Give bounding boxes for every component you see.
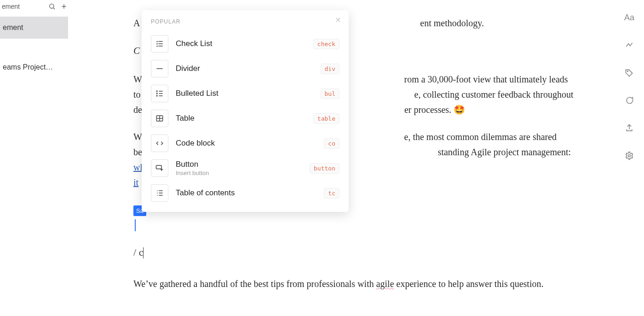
- menu-item-bulleted-list[interactable]: Bulleted Listbul: [146, 81, 344, 106]
- slash-typed-text: c: [139, 246, 144, 258]
- divider-icon: [151, 60, 168, 77]
- menu-item-shortcut: div: [321, 64, 339, 74]
- menu-item-labels: Divider: [176, 64, 313, 73]
- menu-item-label: Check List: [176, 39, 306, 48]
- text-fragment: W: [133, 132, 142, 142]
- menu-items-container: Check ListcheckDividerdivBulleted Listbu…: [146, 31, 344, 205]
- menu-section-label: POPULAR: [146, 18, 344, 31]
- svg-point-11: [156, 93, 157, 94]
- sidebar-item-selected[interactable]: ement: [0, 17, 68, 39]
- right-actions-rail: Aa: [621, 13, 638, 161]
- slash-command-menu: POPULAR Check ListcheckDividerdivBullete…: [142, 10, 349, 212]
- svg-point-26: [627, 71, 628, 72]
- text-fragment: experience to help answer this question.: [394, 279, 544, 289]
- typography-button[interactable]: Aa: [624, 13, 634, 23]
- svg-point-27: [628, 155, 631, 157]
- text-caret: [135, 219, 575, 231]
- menu-item-divider[interactable]: Dividerdiv: [146, 56, 344, 81]
- close-button[interactable]: [333, 15, 343, 25]
- svg-line-1: [53, 8, 55, 9]
- menu-item-labels: Bulleted List: [176, 89, 313, 98]
- menu-item-shortcut: check: [313, 39, 339, 49]
- slash-command-input[interactable]: / c: [133, 244, 575, 261]
- text-fragment: er processes.: [404, 105, 454, 115]
- checklist-icon: [151, 35, 168, 53]
- bulleted-icon: [151, 85, 168, 102]
- spellcheck-word: agile: [376, 279, 394, 289]
- text-fragment: A: [133, 18, 139, 28]
- code-icon: [151, 135, 168, 152]
- table-icon: [151, 110, 168, 127]
- menu-item-sublabel: Insert button: [176, 170, 302, 176]
- menu-item-shortcut: table: [313, 113, 339, 124]
- menu-item-shortcut: button: [310, 163, 339, 174]
- sidebar-item-project[interactable]: eams Project…: [0, 56, 68, 78]
- menu-item-shortcut: co: [324, 138, 339, 149]
- sidebar-current-title: ement: [2, 3, 44, 10]
- paragraph[interactable]: We’ve gathered a handful of the best tip…: [133, 276, 575, 292]
- menu-item-label: Code block: [176, 139, 316, 148]
- menu-item-table-of-contents[interactable]: Table of contentstc: [146, 181, 344, 205]
- svg-rect-19: [156, 165, 162, 169]
- text-fragment: We’ve gathered a handful of the best tip…: [133, 279, 376, 289]
- menu-item-table[interactable]: Tabletable: [146, 106, 344, 131]
- text-fragment: C: [133, 45, 140, 56]
- menu-item-labels: Code block: [176, 139, 316, 148]
- menu-item-button[interactable]: ButtonInsert buttonbutton: [146, 156, 344, 181]
- star-eyes-emoji: 🤩: [454, 105, 465, 115]
- link-agile-continued[interactable]: it: [133, 177, 138, 187]
- share-icon[interactable]: [624, 123, 634, 133]
- zigzag-icon[interactable]: [624, 40, 634, 50]
- menu-item-check-list[interactable]: Check Listcheck: [146, 31, 344, 56]
- menu-item-labels: Table: [176, 114, 306, 123]
- menu-item-labels: ButtonInsert button: [176, 160, 302, 176]
- menu-item-code-block[interactable]: Code blockco: [146, 131, 344, 156]
- menu-item-labels: Table of contents: [176, 188, 316, 198]
- text-fragment: standing Agile project management:: [438, 147, 571, 157]
- menu-item-shortcut: tc: [324, 188, 339, 199]
- text-fragment: ent methodology.: [420, 18, 484, 28]
- sidebar-item-label: ement: [3, 23, 23, 32]
- menu-item-label: Table of contents: [176, 188, 316, 198]
- chat-icon[interactable]: [624, 95, 634, 105]
- button-icon: [151, 159, 168, 177]
- svg-point-12: [156, 95, 157, 96]
- search-icon[interactable]: [48, 2, 56, 11]
- tag-icon[interactable]: [624, 68, 634, 78]
- svg-point-10: [156, 91, 157, 92]
- menu-item-label: Bulleted List: [176, 89, 313, 98]
- sidebar-item-label: eams Project…: [3, 63, 53, 71]
- toc-icon: [151, 184, 168, 202]
- add-icon[interactable]: [60, 2, 68, 11]
- menu-item-label: Divider: [176, 64, 313, 73]
- svg-point-0: [50, 4, 54, 8]
- menu-item-shortcut: bul: [321, 88, 339, 99]
- menu-item-labels: Check List: [176, 39, 306, 48]
- left-sidebar: ement ement eams Project…: [0, 0, 68, 78]
- menu-item-label: Table: [176, 114, 306, 123]
- sidebar-topbar: ement: [0, 0, 68, 13]
- settings-icon[interactable]: [624, 151, 634, 161]
- text-fragment: W: [133, 74, 142, 84]
- menu-item-label: Button: [176, 160, 302, 169]
